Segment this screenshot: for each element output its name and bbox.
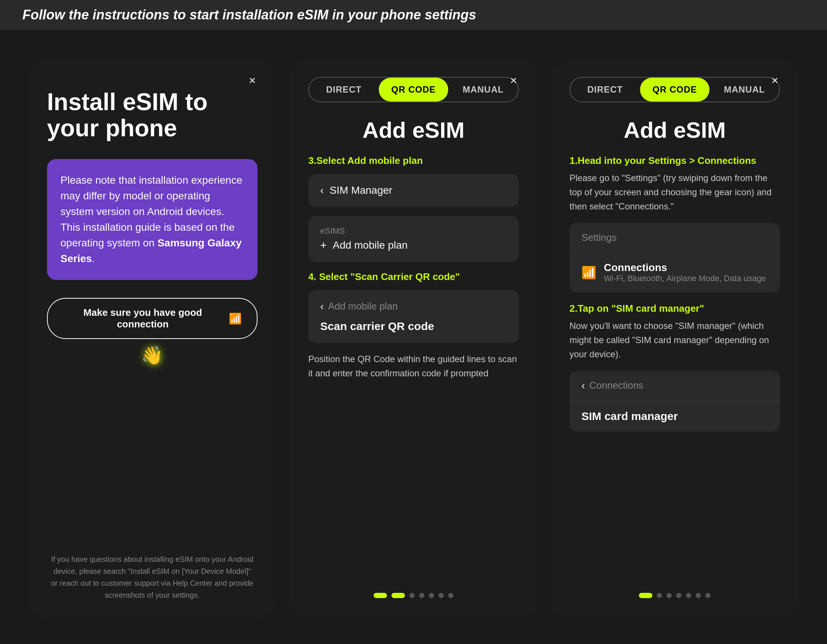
sim-manager-row: ‹ SIM Manager [320, 184, 507, 196]
hand-pointer-icon: 👋 [141, 345, 164, 366]
tab-qrcode[interactable]: QR CODE [379, 78, 449, 102]
dot-4 [419, 593, 424, 598]
add-mobile-plan-label: Add mobile plan [333, 239, 408, 251]
wifi-icon: 📶 [229, 313, 242, 325]
scan-qr-box: ‹ Add mobile plan Scan carrier QR code [308, 290, 519, 343]
dot-5 [429, 593, 434, 598]
connections-sub: Wi-Fi, Bluetooth, Airplane Mode, Data us… [604, 274, 766, 283]
sim-card-back-arrow: ‹ [582, 380, 585, 392]
phone3-dot-5 [686, 593, 691, 598]
connections-info: Connections Wi-Fi, Bluetooth, Airplane M… [604, 262, 766, 283]
plus-icon: + [320, 239, 327, 252]
phone1-footer: If you have questions about installing e… [47, 553, 257, 601]
phone3-dot-3 [666, 593, 672, 598]
phone1-note-box: Please note that installation experience… [47, 159, 257, 280]
phone2-close-button[interactable]: × [505, 72, 522, 89]
phone3-pagination [570, 593, 780, 604]
phone2-content: DIRECT QR CODE MANUAL Add eSIM 3.Select … [290, 59, 537, 619]
phone3-dot-7 [705, 593, 711, 598]
dot-6 [438, 593, 444, 598]
phone3-dot-2 [657, 593, 662, 598]
sim-manager-label: SIM Manager [329, 184, 392, 196]
phone3-step1-label: 1.Head into your Settings > Connections [570, 155, 780, 167]
hand-icon-wrapper: 👋 [47, 345, 257, 366]
phone-3: × DIRECT QR CODE MANUAL Add eSIM 1.Head … [552, 59, 798, 619]
phone1-note-end: . [92, 253, 95, 264]
phone-1: × Install eSIM to your phone Please note… [29, 59, 275, 619]
phone3-tab-bar: DIRECT QR CODE MANUAL [570, 77, 780, 102]
wifi-signal-icon: 📶 [582, 266, 596, 280]
phone3-tab-qrcode[interactable]: QR CODE [640, 78, 710, 102]
step4-label: 4. Select "Scan Carrier QR code" [308, 271, 519, 283]
phone3-step1-desc: Please go to "Settings" (try swiping dow… [570, 171, 780, 214]
phone1-title: Install eSIM to your phone [47, 89, 257, 142]
sim-card-manager-box: ‹ Connections SIM card manager [570, 371, 780, 431]
phones-container: × Install eSIM to your phone Please note… [0, 34, 827, 644]
add-mobile-back-label: Add mobile plan [328, 300, 398, 312]
sim-manager-box: ‹ SIM Manager [308, 174, 519, 207]
phone3-close-button[interactable]: × [766, 72, 783, 89]
phone2-step-desc: Position the QR Code within the guided l… [308, 352, 519, 381]
top-banner: Follow the instructions to start install… [0, 0, 827, 30]
phone2-title: Add eSIM [308, 117, 519, 143]
phone3-step2-label: 2.Tap on "SIM card manager" [570, 303, 780, 314]
add-mobile-plan-box: eSIMS + Add mobile plan [308, 216, 519, 262]
add-mobile-back-row: ‹ Add mobile plan [320, 300, 507, 313]
sim-card-back-row: ‹ Connections [570, 371, 780, 401]
phone1-note-text: Please note that installation experience… [61, 172, 244, 267]
phone2-tab-bar: DIRECT QR CODE MANUAL [308, 77, 519, 102]
settings-box: Settings 📶 Connections Wi-Fi, Bluetooth,… [570, 223, 780, 292]
phone3-dot-6 [696, 593, 701, 598]
step3-label: 3.Select Add mobile plan [308, 155, 519, 167]
settings-header: Settings [570, 223, 780, 253]
phone3-dot-1 [639, 593, 652, 598]
phone3-content: DIRECT QR CODE MANUAL Add eSIM 1.Head in… [552, 59, 798, 619]
connections-row: 📶 Connections Wi-Fi, Bluetooth, Airplane… [570, 253, 780, 292]
scan-back-arrow-icon: ‹ [320, 300, 323, 313]
tab-direct[interactable]: DIRECT [309, 78, 379, 102]
phone3-tab-direct[interactable]: DIRECT [570, 78, 640, 102]
phone1-close-button[interactable]: × [244, 72, 261, 89]
add-mobile-plan-row: + Add mobile plan [320, 239, 507, 252]
phone2-pagination [308, 593, 519, 604]
connection-button[interactable]: Make sure you have good connection 📶 [47, 298, 257, 339]
phone3-step2-desc: Now you'll want to choose "SIM manager" … [570, 319, 780, 362]
sim-card-title: SIM card manager [582, 410, 768, 423]
phone3-title: Add eSIM [570, 117, 780, 143]
dot-1 [374, 593, 387, 598]
dot-2 [392, 593, 405, 598]
scan-qr-title: Scan carrier QR code [320, 320, 507, 333]
back-arrow-icon: ‹ [320, 184, 323, 196]
connection-label: Make sure you have good connection [63, 307, 223, 330]
phone-2: × DIRECT QR CODE MANUAL Add eSIM 3.Selec… [290, 59, 537, 619]
sim-card-title-row: SIM card manager [570, 401, 780, 431]
sim-card-back-label: Connections [589, 380, 643, 391]
connections-title: Connections [604, 262, 766, 274]
dot-7 [448, 593, 453, 598]
banner-text: Follow the instructions to start install… [22, 7, 476, 23]
dot-3 [409, 593, 415, 598]
phone1-content: Install eSIM to your phone Please note t… [29, 59, 275, 619]
phone3-dot-4 [676, 593, 682, 598]
esims-label: eSIMS [320, 226, 507, 236]
